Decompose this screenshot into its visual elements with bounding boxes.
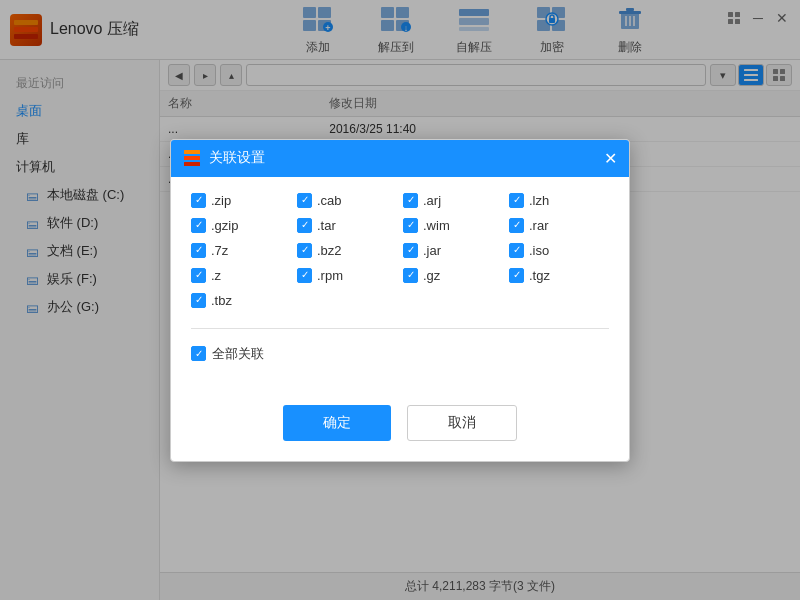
filetype-checkbox[interactable]: [191, 218, 206, 233]
dialog-divider: [191, 328, 609, 329]
select-all-row: 全部关联: [191, 345, 609, 363]
filetype-checkbox[interactable]: [297, 268, 312, 283]
filetype-label: .tbz: [211, 293, 232, 308]
filetype-checkbox-item[interactable]: .tar: [297, 218, 397, 233]
filetype-checkbox-item[interactable]: .wim: [403, 218, 503, 233]
filetype-label: .rpm: [317, 268, 343, 283]
filetype-checkbox[interactable]: [191, 243, 206, 258]
dialog-close-button[interactable]: ✕: [604, 149, 617, 168]
filetype-label: .lzh: [529, 193, 549, 208]
filetype-label: .bz2: [317, 243, 342, 258]
filetype-checkbox-item[interactable]: .rpm: [297, 268, 397, 283]
filetype-label: .tgz: [529, 268, 550, 283]
filetype-checkbox-item[interactable]: .zip: [191, 193, 291, 208]
filetype-label: .rar: [529, 218, 549, 233]
filetype-label: .gz: [423, 268, 440, 283]
dialog-header: 关联设置 ✕: [171, 140, 629, 177]
filetype-checkbox[interactable]: [509, 218, 524, 233]
dialog-logo-icon: [183, 148, 201, 169]
filetype-label: .cab: [317, 193, 342, 208]
filetype-checkbox-item[interactable]: .iso: [509, 243, 609, 258]
dialog-header-left: 关联设置: [183, 148, 265, 169]
svg-rect-44: [184, 162, 200, 166]
filetype-checkbox-item[interactable]: .tgz: [509, 268, 609, 283]
filetype-label: .zip: [211, 193, 231, 208]
svg-rect-42: [184, 150, 200, 154]
filetype-checkbox[interactable]: [509, 268, 524, 283]
svg-rect-43: [184, 156, 200, 160]
filetype-checkbox-item[interactable]: .rar: [509, 218, 609, 233]
filetype-checkbox-item[interactable]: .lzh: [509, 193, 609, 208]
confirm-button[interactable]: 确定: [283, 405, 391, 441]
filetype-label: .wim: [423, 218, 450, 233]
filetype-checkbox[interactable]: [509, 243, 524, 258]
filetype-label: .tar: [317, 218, 336, 233]
filetype-checkbox[interactable]: [297, 193, 312, 208]
filetype-label: .arj: [423, 193, 441, 208]
filetype-checkbox[interactable]: [403, 218, 418, 233]
filetype-label: .jar: [423, 243, 441, 258]
select-all-checkbox[interactable]: [191, 346, 206, 361]
filetype-checkbox[interactable]: [191, 268, 206, 283]
filetype-checkbox[interactable]: [403, 268, 418, 283]
dialog-footer: 确定 取消: [171, 389, 629, 461]
filetype-checkbox-item[interactable]: .tbz: [191, 293, 291, 308]
filetype-checkbox[interactable]: [297, 218, 312, 233]
filetype-checkbox-item[interactable]: .7z: [191, 243, 291, 258]
dialog-overlay: 关联设置 ✕ .zip.cab.arj.lzh.gzip.tar.wim.rar…: [0, 0, 800, 600]
filetype-checkbox-item[interactable]: .jar: [403, 243, 503, 258]
select-all-label: 全部关联: [212, 345, 264, 363]
filetype-checkbox[interactable]: [403, 193, 418, 208]
dialog-title: 关联设置: [209, 149, 265, 167]
filetype-checkbox[interactable]: [297, 243, 312, 258]
filetype-checkbox-item[interactable]: .z: [191, 268, 291, 283]
filetype-label: .7z: [211, 243, 228, 258]
filetype-checkbox[interactable]: [509, 193, 524, 208]
filetype-label: .gzip: [211, 218, 238, 233]
filetype-checkbox-item[interactable]: .gzip: [191, 218, 291, 233]
filetype-label: .z: [211, 268, 221, 283]
filetype-checkbox[interactable]: [191, 293, 206, 308]
filetype-label: .iso: [529, 243, 549, 258]
filetype-checkbox[interactable]: [191, 193, 206, 208]
association-dialog: 关联设置 ✕ .zip.cab.arj.lzh.gzip.tar.wim.rar…: [170, 139, 630, 462]
filetype-checkbox-item[interactable]: .gz: [403, 268, 503, 283]
filetype-checkbox[interactable]: [403, 243, 418, 258]
filetype-checkbox-item[interactable]: .cab: [297, 193, 397, 208]
dialog-body: .zip.cab.arj.lzh.gzip.tar.wim.rar.7z.bz2…: [171, 177, 629, 389]
cancel-button[interactable]: 取消: [407, 405, 517, 441]
filetype-checkbox-item[interactable]: .arj: [403, 193, 503, 208]
filetype-checkbox-item[interactable]: .bz2: [297, 243, 397, 258]
file-types-grid: .zip.cab.arj.lzh.gzip.tar.wim.rar.7z.bz2…: [191, 193, 609, 308]
